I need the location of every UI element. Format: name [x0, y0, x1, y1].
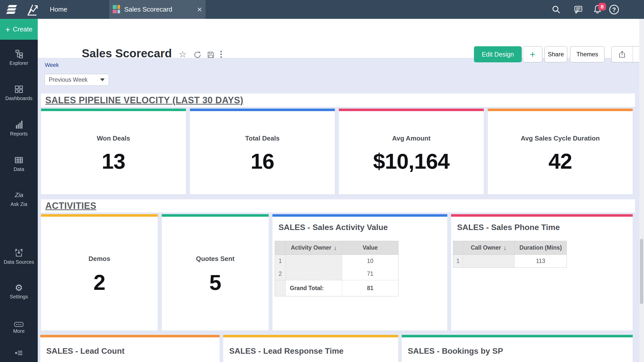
header: Sales Scorecard ☆ Edit Design + Share Th… [38, 19, 644, 58]
kpi-label: Won Deals [41, 134, 186, 142]
pipeline-section-strip: SALES PIPELINE VELOCITY (LAST 30 DAYS) [41, 94, 635, 107]
kebab-menu-icon[interactable] [220, 51, 222, 58]
kpi-card-won-deals[interactable]: Won Deals 13 [41, 109, 186, 194]
themes-button[interactable]: Themes [570, 46, 605, 62]
kpi-value: 16 [190, 149, 335, 174]
card-title: SALES - Bookings by SP [408, 346, 503, 356]
tab-title: Sales Scorecard [124, 0, 172, 19]
export-button[interactable] [612, 47, 633, 62]
value-cell: 113 [514, 255, 567, 267]
week-filter-value: Previous Week [49, 76, 100, 83]
card-title: SALES - Lead Response Time [229, 346, 344, 356]
dashboards-grid-icon [14, 84, 24, 94]
sidebar-item-data-sources[interactable]: Data Sources [0, 248, 38, 269]
tab-sales-scorecard[interactable]: Sales Scorecard × [109, 0, 206, 19]
zia-icon: Zia [13, 190, 24, 200]
activities-section-heading: ACTIVITIES [45, 201, 96, 211]
sidebar-item-more[interactable]: More [0, 320, 38, 341]
card-accent-bar [339, 109, 484, 111]
search-icon[interactable] [551, 5, 561, 14]
grand-total-label: Grand Total: [286, 280, 342, 296]
table-row: 2 71 [275, 267, 398, 280]
column-header-call-owner[interactable]: Call Owner ↓ [463, 241, 514, 254]
sidebar-item-data[interactable]: Data [0, 155, 38, 176]
column-header-duration[interactable]: Duration (Mins) [514, 241, 567, 254]
row-number: 1 [275, 255, 286, 267]
plus-icon: + [5, 25, 10, 34]
owner-cell [286, 267, 342, 280]
card-accent-bar [190, 109, 335, 111]
card-accent-bar [41, 109, 186, 111]
top-bar: Home Sales Scorecard × 8 ? [0, 0, 644, 19]
scrollbar-thumb[interactable] [640, 239, 643, 304]
card-accent-bar [162, 214, 269, 217]
add-widget-button[interactable]: + [523, 46, 542, 62]
gear-icon: ⚙ [15, 283, 23, 292]
card-sales-activity-value[interactable]: SALES - Sales Activity Value Activity Ow… [272, 214, 447, 331]
sidebar-item-explorer[interactable]: Explorer [0, 49, 38, 70]
kpi-value: 42 [488, 149, 633, 174]
kpi-label: Quotes Sent [162, 255, 269, 263]
card-title: SALES - Sales Activity Value [278, 223, 388, 232]
kpi-card-quotes-sent[interactable]: Quotes Sent 5 [162, 214, 269, 331]
edit-design-button[interactable]: Edit Design [474, 46, 522, 62]
card-sales-phone-time[interactable]: SALES - Sales Phone Time Call Owner ↓ Du… [451, 214, 633, 331]
grand-total-value: 81 [342, 280, 398, 296]
table-header-row: Activity Owner ↓ Value [275, 241, 398, 255]
explorer-tree-icon [14, 49, 24, 59]
kpi-card-avg-amount[interactable]: Avg Amount $10,164 [339, 109, 484, 194]
sort-desc-icon: ↓ [334, 244, 337, 251]
kpi-value: $10,164 [339, 149, 484, 174]
feedback-chat-icon[interactable] [574, 5, 583, 14]
kpi-card-avg-sales-cycle[interactable]: Avg Sales Cycle Duration 42 [488, 109, 633, 194]
collapse-sidebar-icon[interactable] [15, 349, 23, 357]
page-title: Sales Scorecard [82, 47, 172, 60]
kpi-card-demos[interactable]: Demos 2 [41, 214, 158, 331]
refresh-icon[interactable] [193, 51, 202, 59]
card-accent-bar [451, 214, 633, 217]
chevron-down-icon [100, 78, 105, 81]
row-number: 1 [453, 255, 463, 267]
zoho-logo-icon[interactable] [6, 4, 19, 15]
card-lead-count[interactable]: SALES - Lead Count [40, 335, 220, 362]
sidebar-item-settings[interactable]: ⚙ Settings [0, 283, 38, 304]
share-button[interactable]: Share [544, 46, 567, 62]
phone-time-table: Call Owner ↓ Duration (Mins) 1 113 [453, 241, 567, 268]
sidebar-item-ask-zia[interactable]: Zia Ask Zia [0, 190, 38, 211]
week-filter-label: Week [45, 62, 59, 68]
save-icon[interactable] [207, 51, 215, 59]
svg-text:Zia: Zia [15, 192, 23, 198]
dashboard-tab-icon [113, 5, 120, 13]
kpi-label: Demos [41, 255, 158, 263]
card-title: SALES - Sales Phone Time [457, 223, 560, 232]
sidebar-item-dashboards[interactable]: Dashboards [0, 84, 38, 106]
pipeline-section-heading: SALES PIPELINE VELOCITY (LAST 30 DAYS) [45, 95, 243, 106]
tab-home[interactable]: Home [50, 0, 67, 19]
column-header-value[interactable]: Value [342, 241, 398, 254]
kpi-value: 13 [41, 149, 186, 174]
create-button[interactable]: + Create [0, 19, 38, 40]
sort-desc-icon: ↓ [504, 244, 507, 251]
notification-badge: 8 [598, 3, 606, 11]
value-cell: 71 [342, 267, 398, 280]
activities-section-strip: ACTIVITIES [41, 199, 635, 212]
table-header-row: Call Owner ↓ Duration (Mins) [453, 241, 567, 255]
sidebar-item-reports[interactable]: Reports [0, 120, 38, 141]
card-lead-response-time[interactable]: SALES - Lead Response Time [223, 335, 398, 362]
week-filter-select[interactable]: Previous Week [45, 74, 109, 86]
close-tab-icon[interactable]: × [197, 0, 202, 19]
scrollbar-track[interactable] [639, 19, 644, 362]
kpi-value: 5 [162, 270, 269, 295]
column-header-activity-owner[interactable]: Activity Owner ↓ [286, 241, 342, 254]
favorite-star-icon[interactable]: ☆ [179, 49, 187, 60]
help-icon[interactable]: ? [609, 5, 619, 14]
card-title: SALES - Lead Count [46, 346, 125, 356]
owner-cell [286, 255, 342, 267]
table-row: 1 10 [275, 255, 398, 267]
kpi-label: Avg Amount [339, 134, 484, 142]
export-icon [618, 50, 626, 58]
card-bookings-by-sp[interactable]: SALES - Bookings by SP [402, 335, 633, 362]
row-number: 2 [275, 267, 286, 280]
analytics-logo-icon[interactable] [26, 3, 40, 17]
kpi-card-total-deals[interactable]: Total Deals 16 [190, 109, 335, 194]
